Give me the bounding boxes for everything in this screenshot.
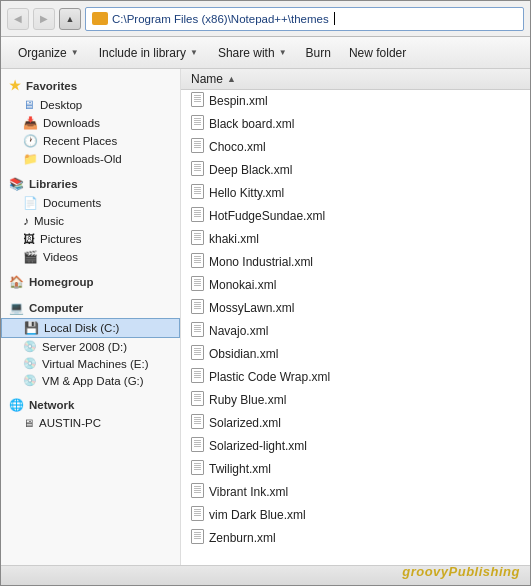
file-item[interactable]: khaki.xml <box>181 228 530 251</box>
austin-pc-icon: 🖥 <box>23 417 34 429</box>
desktop-label: Desktop <box>40 99 82 111</box>
sidebar-item-downloads-old[interactable]: 📁 Downloads-Old <box>1 150 180 168</box>
file-doc-icon <box>191 437 204 455</box>
file-list-header[interactable]: Name ▲ <box>181 69 530 90</box>
forward-button[interactable]: ▶ <box>33 8 55 30</box>
organize-button[interactable]: Organize ▼ <box>9 42 88 64</box>
file-item[interactable]: Obsidian.xml <box>181 343 530 366</box>
file-doc-icon <box>191 92 204 110</box>
file-item[interactable]: Ruby Blue.xml <box>181 389 530 412</box>
file-item[interactable]: Hello Kitty.xml <box>181 182 530 205</box>
sidebar-item-virtual-machines-e[interactable]: 💿 Virtual Machines (E:) <box>1 355 180 372</box>
libraries-icon: 📚 <box>9 177 24 191</box>
file-item[interactable]: Mono Industrial.xml <box>181 251 530 274</box>
file-name: Obsidian.xml <box>209 347 278 361</box>
sidebar-item-pictures[interactable]: 🖼 Pictures <box>1 230 180 248</box>
sidebar: ★ Favorites 🖥 Desktop 📥 Downloads 🕐 Rece… <box>1 69 181 565</box>
up-button[interactable]: ▲ <box>59 8 81 30</box>
back-button[interactable]: ◀ <box>7 8 29 30</box>
file-name: Monokai.xml <box>209 278 276 292</box>
file-item[interactable]: HotFudgeSundae.xml <box>181 205 530 228</box>
network-label: Network <box>29 399 74 411</box>
sidebar-header-homegroup[interactable]: 🏠 Homegroup <box>1 272 180 292</box>
file-name: Plastic Code Wrap.xml <box>209 370 330 384</box>
sidebar-header-computer[interactable]: 💻 Computer <box>1 298 180 318</box>
videos-label: Videos <box>43 251 78 263</box>
file-item[interactable]: MossyLawn.xml <box>181 297 530 320</box>
documents-label: Documents <box>43 197 101 209</box>
file-name: MossyLawn.xml <box>209 301 294 315</box>
burn-button[interactable]: Burn <box>298 43 339 63</box>
file-item[interactable]: Black board.xml <box>181 113 530 136</box>
file-item[interactable]: Twilight.xml <box>181 458 530 481</box>
vm-app-data-g-label: VM & App Data (G:) <box>42 375 144 387</box>
address-path-text: C:\Program Files (x86)\Notepad++\themes <box>112 13 329 25</box>
watermark: groovyPublishing <box>402 564 520 579</box>
address-path-box[interactable]: C:\Program Files (x86)\Notepad++\themes <box>85 7 524 31</box>
include-in-library-button[interactable]: Include in library ▼ <box>90 42 207 64</box>
file-list: Name ▲ Bespin.xmlBlack board.xmlChoco.xm… <box>181 69 530 565</box>
file-item[interactable]: Zenburn.xml <box>181 527 530 550</box>
sidebar-item-documents[interactable]: 📄 Documents <box>1 194 180 212</box>
sidebar-header-network[interactable]: 🌐 Network <box>1 395 180 415</box>
pictures-icon: 🖼 <box>23 232 35 246</box>
favorites-icon: ★ <box>9 78 21 93</box>
file-item[interactable]: Navajo.xml <box>181 320 530 343</box>
file-item[interactable]: Monokai.xml <box>181 274 530 297</box>
address-bar: ◀ ▶ ▲ C:\Program Files (x86)\Notepad++\t… <box>1 1 530 37</box>
file-item[interactable]: Solarized.xml <box>181 412 530 435</box>
sidebar-header-libraries[interactable]: 📚 Libraries <box>1 174 180 194</box>
sidebar-item-music[interactable]: ♪ Music <box>1 212 180 230</box>
share-with-button[interactable]: Share with ▼ <box>209 42 296 64</box>
sort-arrow-icon: ▲ <box>227 74 236 84</box>
file-doc-icon <box>191 253 204 271</box>
file-item[interactable]: Bespin.xml <box>181 90 530 113</box>
sidebar-item-local-disk-c[interactable]: 💾 Local Disk (C:) <box>1 318 180 338</box>
file-item[interactable]: Choco.xml <box>181 136 530 159</box>
sidebar-item-desktop[interactable]: 🖥 Desktop <box>1 96 180 114</box>
file-item[interactable]: vim Dark Blue.xml <box>181 504 530 527</box>
sidebar-item-recent-places[interactable]: 🕐 Recent Places <box>1 132 180 150</box>
sidebar-header-favorites[interactable]: ★ Favorites <box>1 75 180 96</box>
documents-icon: 📄 <box>23 196 38 210</box>
libraries-label: Libraries <box>29 178 78 190</box>
include-chevron: ▼ <box>190 48 198 57</box>
file-name: vim Dark Blue.xml <box>209 508 306 522</box>
file-item[interactable]: Plastic Code Wrap.xml <box>181 366 530 389</box>
new-folder-label: New folder <box>349 46 406 60</box>
downloads-old-label: Downloads-Old <box>43 153 122 165</box>
file-name: Twilight.xml <box>209 462 271 476</box>
downloads-label: Downloads <box>43 117 100 129</box>
sidebar-item-austin-pc[interactable]: 🖥 AUSTIN-PC <box>1 415 180 431</box>
sidebar-section-homegroup: 🏠 Homegroup <box>1 272 180 292</box>
organize-chevron: ▼ <box>71 48 79 57</box>
computer-icon: 💻 <box>9 301 24 315</box>
file-doc-icon <box>191 483 204 501</box>
sidebar-section-favorites: ★ Favorites 🖥 Desktop 📥 Downloads 🕐 Rece… <box>1 75 180 168</box>
desktop-icon: 🖥 <box>23 98 35 112</box>
pictures-label: Pictures <box>40 233 82 245</box>
sidebar-item-server-d[interactable]: 💿 Server 2008 (D:) <box>1 338 180 355</box>
file-doc-icon <box>191 115 204 133</box>
file-name: Vibrant Ink.xml <box>209 485 288 499</box>
file-doc-icon <box>191 460 204 478</box>
sidebar-item-vm-app-data-g[interactable]: 💿 VM & App Data (G:) <box>1 372 180 389</box>
videos-icon: 🎬 <box>23 250 38 264</box>
file-item[interactable]: Solarized-light.xml <box>181 435 530 458</box>
virtual-machines-e-icon: 💿 <box>23 357 37 370</box>
file-doc-icon <box>191 276 204 294</box>
burn-label: Burn <box>306 46 331 60</box>
sidebar-item-videos[interactable]: 🎬 Videos <box>1 248 180 266</box>
computer-label: Computer <box>29 302 83 314</box>
file-item[interactable]: Vibrant Ink.xml <box>181 481 530 504</box>
file-doc-icon <box>191 414 204 432</box>
new-folder-button[interactable]: New folder <box>341 43 414 63</box>
file-doc-icon <box>191 368 204 386</box>
file-name: Choco.xml <box>209 140 266 154</box>
homegroup-icon: 🏠 <box>9 275 24 289</box>
file-name: Hello Kitty.xml <box>209 186 284 200</box>
sidebar-item-downloads[interactable]: 📥 Downloads <box>1 114 180 132</box>
file-items-container: Bespin.xmlBlack board.xmlChoco.xmlDeep B… <box>181 90 530 550</box>
file-item[interactable]: Deep Black.xml <box>181 159 530 182</box>
file-name: Zenburn.xml <box>209 531 276 545</box>
